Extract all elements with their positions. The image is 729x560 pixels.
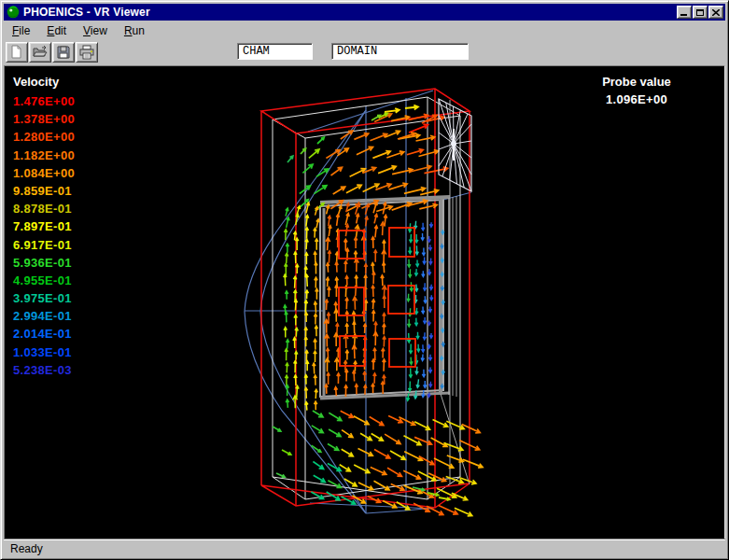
status-text: Ready — [10, 542, 43, 555]
menu-view[interactable]: View — [75, 22, 116, 39]
velocity-legend: Velocity 1.476E+001.378E+001.280E+001.18… — [13, 75, 75, 381]
title-bar[interactable]: PHOENICS - VR Viewer — [4, 4, 725, 21]
toolbar — [4, 40, 725, 65]
legend-entry: 3.975E-01 — [13, 291, 75, 309]
legend-entry: 1.182E+00 — [13, 148, 75, 166]
legend-title: Velocity — [13, 75, 75, 90]
legend-entry: 4.955E-01 — [13, 273, 75, 291]
legend-entry: 1.280E+00 — [13, 130, 75, 147]
window-controls — [677, 6, 723, 19]
maximize-icon — [696, 9, 704, 16]
legend-entry: 5.936E-01 — [13, 256, 75, 273]
legend-entry: 1.476E+00 — [13, 94, 75, 112]
legend-entry: 1.084E+00 — [13, 166, 75, 184]
menu-run[interactable]: Run — [116, 22, 153, 39]
legend-values: 1.476E+001.378E+001.280E+001.182E+001.08… — [13, 94, 75, 381]
legend-entry: 6.917E-01 — [13, 238, 75, 256]
scene-3d[interactable] — [5, 66, 725, 540]
menu-file[interactable]: File — [4, 22, 38, 39]
open-folder-icon — [33, 45, 48, 60]
legend-entry: 1.378E+00 — [13, 112, 75, 130]
minimize-button[interactable] — [677, 6, 692, 19]
legend-entry: 2.014E-01 — [13, 327, 75, 344]
save-button[interactable] — [52, 42, 75, 63]
save-floppy-icon — [56, 45, 71, 60]
window-title: PHOENICS - VR Viewer — [23, 6, 677, 19]
probe-value: 1.096E+00 — [557, 92, 716, 106]
maximize-button[interactable] — [693, 6, 708, 19]
application-window: PHOENICS - VR Viewer File Edit View Run — [0, 0, 729, 560]
legend-entry: 5.238E-03 — [13, 363, 75, 381]
status-bar: Ready — [4, 539, 725, 557]
close-button[interactable] — [708, 6, 723, 19]
legend-entry: 1.033E-01 — [13, 345, 75, 363]
app-icon — [7, 6, 20, 19]
probe-readout: Probe value 1.096E+00 — [557, 75, 716, 106]
open-button[interactable] — [29, 42, 51, 63]
legend-entry: 7.897E-01 — [13, 219, 75, 237]
menu-bar: File Edit View Run — [4, 21, 725, 40]
menu-edit[interactable]: Edit — [38, 22, 75, 39]
new-button[interactable] — [6, 42, 28, 63]
minimize-icon — [680, 14, 687, 16]
new-document-icon — [9, 45, 24, 60]
legend-entry: 9.859E-01 — [13, 184, 75, 202]
close-icon — [712, 9, 720, 16]
object-name-field[interactable] — [331, 43, 469, 60]
legend-entry: 2.994E-01 — [13, 309, 75, 327]
viewer-viewport[interactable]: Velocity 1.476E+001.378E+001.280E+001.18… — [4, 65, 725, 540]
print-icon — [79, 45, 94, 60]
probe-label: Probe value — [557, 75, 716, 92]
print-button[interactable] — [76, 42, 98, 63]
group-name-field[interactable] — [237, 43, 313, 60]
legend-entry: 8.878E-01 — [13, 202, 75, 219]
